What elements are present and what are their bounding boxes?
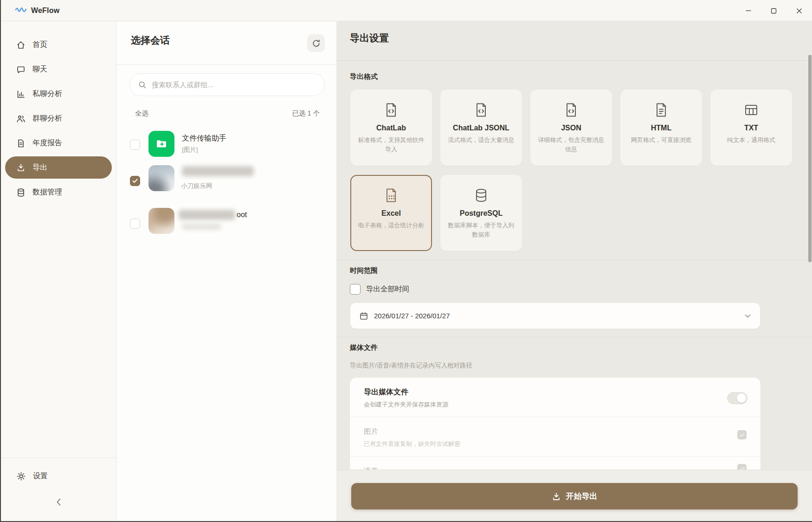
blurred-chat-name [182, 166, 254, 176]
format-desc: 数据库脚本，便于导入到数据库 [446, 221, 516, 239]
file-spreadsheet-icon [383, 187, 399, 203]
file-code-icon [383, 102, 399, 118]
refresh-button[interactable] [307, 34, 325, 52]
format-name: TXT [744, 124, 758, 132]
images-checkbox[interactable] [737, 430, 747, 439]
check-icon [740, 433, 745, 437]
format-name: Excel [381, 209, 401, 218]
format-desc: 详细格式，包含完整消息信息 [536, 135, 606, 154]
sidebar-item-label: 私聊分析 [32, 89, 62, 99]
selected-count: 已选 1 个 [292, 109, 320, 118]
file-transfer-avatar [148, 131, 174, 157]
export-all-time-row[interactable]: 导出全部时间 [350, 284, 409, 295]
export-footer: 开始导出 [336, 470, 812, 522]
app-title: WeFlow [31, 6, 59, 15]
sidebar-item-private-analysis[interactable]: 私聊分析 [1, 82, 116, 106]
chat-name-suffix: oot [237, 211, 247, 219]
export-all-time-label: 导出全部时间 [366, 284, 409, 294]
home-icon [16, 40, 26, 50]
chat-last-message: [图片] [182, 146, 198, 154]
window-controls [735, 0, 812, 21]
media-row-desc: 已有文件直接复制，缺失时尝试解密 [364, 440, 747, 448]
refresh-icon [312, 39, 321, 48]
select-all-label[interactable]: 全选 [135, 109, 148, 118]
sidebar-nav: 首页 聊天 私聊分析 群聊分析 年度报告 导出 [1, 21, 116, 205]
format-card-excel[interactable]: Excel 电子表格，适合统计分析 [350, 175, 432, 251]
format-name: PostgreSQL [460, 209, 503, 218]
chat-list-item[interactable]: 小刀娱乐网 [116, 162, 336, 200]
sidebar-item-home[interactable]: 首页 [1, 32, 116, 57]
chat-list-item[interactable]: 文件传输助手 [图片] [116, 125, 336, 162]
group-users-icon [16, 114, 26, 123]
format-name: ChatLab [376, 124, 406, 132]
media-row-title: 导出媒体文件 [364, 387, 747, 397]
chevron-down-icon [745, 314, 751, 318]
format-card-html[interactable]: HTML 网页格式，可直接浏览 [620, 90, 702, 166]
sidebar-item-label: 数据管理 [32, 187, 62, 197]
search-box [129, 73, 325, 96]
search-icon [138, 81, 147, 89]
download-icon [552, 492, 561, 501]
report-document-icon [16, 139, 26, 148]
titlebar: WeFlow [1, 0, 812, 21]
chat-list-item[interactable]: oot [116, 200, 336, 237]
divider [336, 337, 812, 337]
format-desc: 标准格式，支持其他软件导入 [356, 135, 426, 154]
format-desc: 流式格式，适合大量消息 [448, 135, 515, 145]
minimize-button[interactable] [735, 0, 761, 21]
chat-avatar [148, 165, 174, 191]
file-text-icon [653, 102, 669, 118]
export-all-time-checkbox[interactable] [350, 284, 361, 295]
chat-checkbox[interactable] [130, 176, 140, 186]
chat-list: 文件传输助手 [图片] 小刀娱乐网 oot [116, 125, 336, 237]
toggle-knob [737, 393, 746, 403]
chat-bubble-icon [16, 65, 26, 74]
media-row-images: 图片 已有文件直接复制，缺失时尝试解密 [350, 417, 760, 456]
sidebar-item-label: 聊天 [32, 64, 47, 74]
media-section-label: 媒体文件 [350, 343, 378, 352]
sidebar-item-group-analysis[interactable]: 群聊分析 [1, 106, 116, 131]
start-export-button[interactable]: 开始导出 [351, 483, 798, 509]
time-section-label: 时间范围 [350, 266, 378, 275]
date-range-select[interactable]: 2026/01/27 - 2026/01/27 [350, 303, 760, 329]
format-name: JSON [561, 124, 581, 132]
select-all-row: 全选 已选 1 个 [135, 109, 320, 118]
sidebar-item-annual-report[interactable]: 年度报告 [1, 131, 116, 155]
format-card-json[interactable]: JSON 详细格式，包含完整消息信息 [530, 90, 612, 166]
format-name: ChatLab JSONL [453, 124, 509, 132]
sidebar-item-data-management[interactable]: 数据管理 [1, 180, 116, 205]
sidebar-item-settings[interactable]: 设置 [1, 464, 116, 488]
format-section-label: 导出格式 [350, 72, 378, 81]
format-name: HTML [651, 124, 671, 132]
format-card-chatlab-jsonl[interactable]: ChatLab JSONL 流式格式，适合大量消息 [440, 90, 522, 166]
export-settings-panel: 导出设置 导出格式 ChatLab 标准格式，支持其他软件导入 ChatLab … [336, 21, 812, 522]
format-card-postgresql[interactable]: PostgreSQL 数据库脚本，便于导入到数据库 [440, 175, 522, 251]
format-card-chatlab[interactable]: ChatLab 标准格式，支持其他软件导入 [350, 90, 432, 166]
maximize-button[interactable] [761, 0, 786, 21]
media-row-title: 图片 [364, 427, 747, 437]
collapse-sidebar-button[interactable] [50, 494, 67, 510]
media-row-export-toggle: 导出媒体文件 会创建子文件夹并保存媒体资源 [350, 378, 760, 417]
blurred-chat-name [179, 210, 235, 220]
file-code-icon [473, 102, 489, 118]
folder-arrow-icon [155, 137, 168, 151]
close-button[interactable] [786, 0, 812, 21]
sidebar-item-export[interactable]: 导出 [5, 156, 112, 179]
scrollbar-thumb[interactable] [808, 55, 812, 262]
session-header: 选择会话 [116, 21, 336, 65]
format-card-grid: ChatLab 标准格式，支持其他软件导入 ChatLab JSONL 流式格式… [350, 90, 792, 251]
search-input[interactable] [152, 81, 316, 89]
scrollbar[interactable] [808, 21, 812, 522]
export-media-toggle[interactable] [727, 392, 748, 404]
sidebar-item-chat[interactable]: 聊天 [1, 57, 116, 82]
chat-checkbox[interactable] [130, 140, 140, 150]
chevron-left-icon [57, 498, 61, 506]
database-icon [16, 188, 26, 197]
session-panel-title: 选择会话 [131, 34, 170, 47]
date-range-value: 2026/01/27 - 2026/01/27 [374, 312, 450, 320]
settings-label: 设置 [33, 471, 48, 481]
chat-checkbox[interactable] [130, 219, 140, 229]
format-card-txt[interactable]: TXT 纯文本，通用格式 [710, 90, 792, 166]
sidebar-item-label: 导出 [32, 163, 47, 173]
bar-chart-icon [16, 90, 26, 99]
